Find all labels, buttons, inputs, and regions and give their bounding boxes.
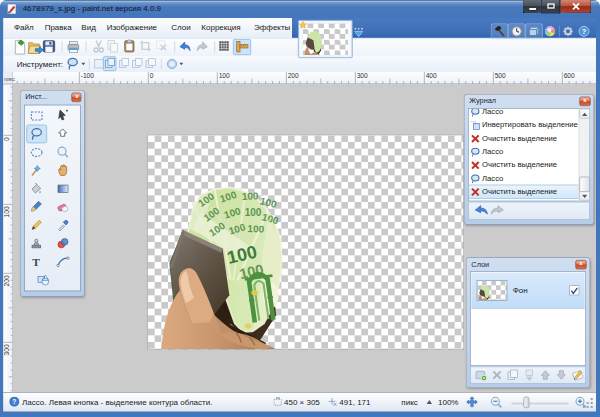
svg-text:?: ? (582, 27, 587, 36)
svg-text:300: 300 (357, 72, 368, 79)
svg-text:300: 300 (3, 344, 9, 355)
svg-text:600: 600 (564, 72, 575, 79)
svg-text:?: ? (12, 398, 16, 405)
svg-text:400: 400 (426, 72, 437, 79)
svg-text:100: 100 (247, 223, 264, 235)
svg-text:100: 100 (3, 206, 9, 217)
svg-text:100: 100 (242, 190, 259, 202)
svg-text:-100: -100 (81, 72, 95, 79)
svg-text:200: 200 (288, 72, 299, 79)
svg-text:200: 200 (3, 275, 9, 286)
svg-text:T: T (32, 256, 40, 268)
svg-text:100: 100 (219, 72, 230, 79)
svg-text:0: 0 (3, 137, 9, 141)
svg-text:500: 500 (495, 72, 506, 79)
svg-text:100: 100 (245, 207, 262, 218)
svg-text:0: 0 (150, 72, 154, 79)
